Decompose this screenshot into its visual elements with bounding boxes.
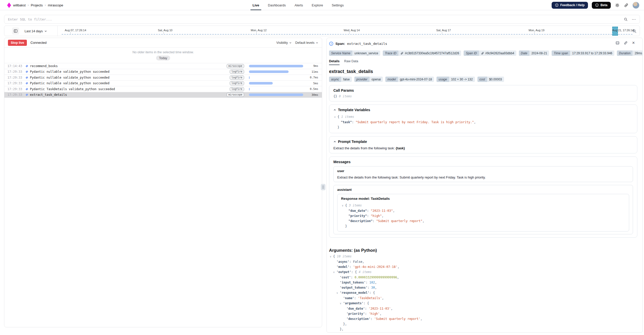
span-row[interactable]: 17:29:33 Pydantic nullable validate_pyth… — [4, 69, 322, 75]
span-row[interactable]: 17:29:33 Pydantic nullable validate_pyth… — [4, 75, 322, 81]
share-link-icon[interactable] — [624, 3, 629, 8]
info-circle-icon: i — [595, 3, 599, 7]
span-timestamp: 17:29:33 — [7, 70, 24, 74]
live-view-header: Stop live Connected Visibility Default l… — [4, 38, 322, 48]
visibility-dropdown[interactable]: Visibility — [276, 41, 292, 45]
span-duration: 9ms — [304, 64, 318, 68]
top-bar: willbakst › Projects › mirascope Live Da… — [0, 0, 644, 10]
duration-bar — [249, 65, 303, 67]
theme-toggle-icon[interactable] — [615, 3, 620, 8]
provider-badge: provideropenai — [354, 77, 383, 82]
connection-status: Connected — [30, 41, 47, 45]
arguments-json: ∨{ 10 items'async': False,'model': 'gpt-… — [329, 254, 637, 333]
timeline-tick — [349, 32, 350, 34]
sql-filter-input[interactable] — [4, 17, 624, 21]
feedback-help-button[interactable]: ? Feedback / Help — [552, 2, 588, 9]
chevron-up-icon[interactable] — [333, 140, 336, 143]
breadcrumb-projects[interactable]: Projects — [31, 3, 43, 7]
async-badge: asyncfalse — [329, 77, 352, 82]
span-name: Pydantic nullable validate_python succee… — [30, 81, 222, 85]
tab-explore[interactable]: Explore — [311, 0, 323, 10]
span-details-panel: i Span: extract_task_details × Service N… — [326, 38, 643, 333]
tab-alerts[interactable]: Alerts — [294, 0, 303, 10]
template-variables-card: Template Variables ∨{ 1 items"task": "Su… — [329, 104, 637, 133]
more-options-icon[interactable]: ⋯ — [632, 17, 636, 22]
timeline-tick — [534, 32, 534, 34]
span-diamond-icon — [26, 93, 28, 96]
scope-badge: mirascope — [227, 64, 244, 68]
template-variables-heading: Template Variables — [338, 108, 370, 112]
time-range-dropdown[interactable]: Last 14 days — [25, 26, 47, 36]
span-row[interactable]: 17:29:33 Pydantic nullable validate_pyth… — [4, 81, 322, 87]
beta-label: Beta — [601, 3, 607, 7]
details-tabs: Details Raw Data — [329, 59, 637, 65]
duration-bar — [249, 93, 303, 96]
question-circle-icon: ? — [555, 3, 559, 7]
tab-dashboards[interactable]: Dashboards — [267, 0, 286, 10]
user-message-text: Extract the details from the following t… — [337, 175, 629, 179]
span-title-name: extract_task_details — [347, 42, 387, 46]
today-badge[interactable]: Today — [156, 56, 170, 60]
timeline-bar[interactable]: Last 14 days Aug 07, 17:26:14 Sat, Aug 1… — [4, 26, 640, 36]
messages-heading: Messages — [333, 160, 633, 164]
span-id-badge[interactable]: Span ID #9c942620aa93dbb4 — [464, 50, 516, 56]
duration-bar — [249, 70, 289, 73]
search-icon[interactable] — [624, 17, 628, 21]
timeline-tick — [163, 32, 164, 34]
span-row[interactable]: 17:29:33 Pydantic TaskDetails validate_p… — [4, 86, 322, 92]
close-icon[interactable]: × — [632, 41, 635, 45]
span-row-selected[interactable]: 17:29:33 extract_task_details mirascope … — [4, 92, 322, 98]
scope-badge: logfire — [230, 87, 244, 91]
sidebar-toggle-icon[interactable] — [12, 27, 19, 35]
span-name: extract_task_details — [30, 93, 222, 97]
usage-badge: usage102 + 30 -> 132 — [436, 77, 475, 82]
span-details-header: i Span: extract_task_details × — [329, 40, 637, 47]
timeline-label: Aug 21, 17:26:14 — [612, 29, 634, 32]
grip-dots-icon — [322, 185, 324, 189]
scope-badge: logfire — [230, 81, 244, 85]
span-diamond-icon — [26, 82, 28, 85]
breadcrumb-org[interactable]: willbakst — [13, 3, 26, 7]
call-params-heading: Call Params — [333, 88, 633, 92]
trace-id-badge[interactable]: Trace ID #c3b5157330ea5c1fd4572747af512d… — [383, 50, 461, 56]
scope-badge: mirascope — [227, 93, 244, 97]
prompt-template-variable: {task} — [396, 146, 405, 150]
brand-logo-diamond-icon[interactable] — [7, 2, 11, 8]
span-timestamp: 17:29:33 — [7, 87, 24, 91]
beta-button[interactable]: i Beta — [592, 2, 611, 9]
dock-panel-icon[interactable] — [616, 41, 619, 45]
timeline-label: Sat, Aug 10 — [158, 29, 172, 32]
span-duration: 30ms — [304, 93, 318, 97]
empty-window-message: No older items in the selected time wind… — [4, 50, 322, 54]
span-diamond-icon — [26, 65, 28, 67]
timeline-label: Mon, Aug 19 — [529, 29, 544, 32]
tab-raw-data[interactable]: Raw Data — [344, 59, 358, 65]
tab-settings[interactable]: Settings — [331, 0, 344, 10]
timeline-tick — [256, 32, 257, 34]
duration-bar — [249, 88, 250, 90]
duration-bar — [249, 82, 273, 85]
default-levels-dropdown[interactable]: Default levels — [295, 41, 318, 45]
user-avatar[interactable] — [632, 2, 639, 9]
tab-live[interactable]: Live — [252, 0, 260, 10]
timeline-track[interactable] — [62, 34, 632, 35]
breadcrumb-project[interactable]: mirascope — [48, 3, 63, 7]
visibility-label: Visibility — [276, 41, 288, 45]
main-nav: Live Dashboards Alerts Explore Settings — [252, 0, 344, 10]
stop-live-button[interactable]: Stop live — [8, 40, 27, 46]
panel-resize-handle[interactable] — [321, 184, 325, 190]
chevron-up-icon[interactable] — [333, 109, 336, 111]
service-name-badge: Service Nameunknown_service — [329, 50, 380, 56]
span-diamond-icon — [26, 88, 28, 90]
span-list: 17:14:43 recommend_books mirascope 9ms 1… — [4, 63, 322, 98]
copy-link-icon[interactable] — [624, 41, 628, 45]
tab-details[interactable]: Details — [329, 59, 340, 65]
arguments-heading: Arguments: (as Python) — [329, 248, 637, 253]
time-span-badge: Time span17:29:33.917 to 17:29:33.946 — [552, 50, 614, 56]
cost-badge: cost$0.00003 — [477, 77, 504, 82]
span-name: Pydantic nullable validate_python succee… — [30, 70, 222, 74]
chevron-right-icon: › — [45, 3, 46, 7]
timeline-tick — [442, 32, 442, 34]
span-row[interactable]: 17:14:43 recommend_books mirascope 9ms — [4, 63, 322, 69]
breadcrumb: willbakst › Projects › mirascope — [8, 0, 63, 10]
